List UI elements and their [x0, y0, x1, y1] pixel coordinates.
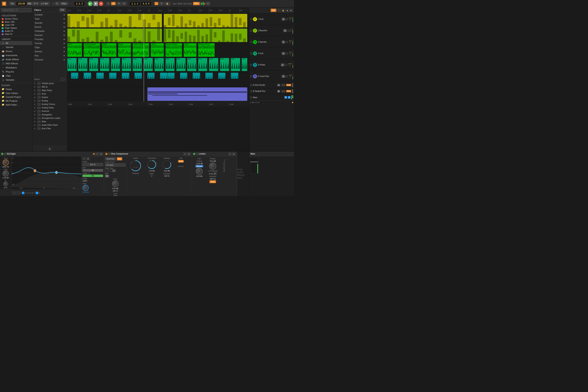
- clip-2-1[interactable]: [164, 28, 247, 42]
- clip-4-6[interactable]: Kick: [133, 58, 142, 71]
- clip-5-4[interactable]: [122, 73, 129, 79]
- clip-4-2[interactable]: Kick: [89, 58, 98, 71]
- record-btn[interactable]: ●: [99, 2, 103, 6]
- library-item-all[interactable]: ≡All: [0, 41, 32, 45]
- ch-o-btn-1[interactable]: [286, 18, 288, 20]
- glue-eq-tab[interactable]: EQ: [117, 157, 122, 160]
- limiter-icon-btn2[interactable]: ▤: [232, 152, 236, 155]
- play-btn[interactable]: ▶: [88, 1, 93, 6]
- mixer-set-btn[interactable]: Set: [270, 8, 276, 12]
- limiter-toggle[interactable]: [196, 153, 198, 155]
- file-item-antresol[interactable]: ▶Antresol: [33, 110, 67, 113]
- clips-area-2[interactable]: [68, 28, 249, 43]
- limiter-auto-btn[interactable]: Auto: [210, 180, 216, 183]
- eq-adaptq-on[interactable]: On: [82, 174, 103, 177]
- file-item-analog-chorus[interactable]: ▶Analog Chorus: [33, 102, 67, 106]
- clip-5-11[interactable]: [206, 73, 213, 79]
- ch-s-btn-2[interactable]: S: [284, 29, 287, 32]
- clip-4-4[interactable]: Kick: [111, 58, 120, 71]
- clip-4-5[interactable]: Kick: [122, 58, 131, 71]
- file-item-auto-filter[interactable]: ▶Auto Filter: [33, 127, 67, 130]
- clip-3-4[interactable]: Djembe 120 bpm: [133, 43, 149, 57]
- expand-arrow[interactable]: ▶: [34, 128, 36, 130]
- loop-start[interactable]: 1. 1. 1: [130, 2, 140, 6]
- clip-4-3[interactable]: Kick: [100, 58, 109, 71]
- places-item-add-folder...[interactable]: 📁Add Folder...: [0, 103, 32, 106]
- clip-3-6[interactable]: Djembe 120 bpm: [166, 43, 182, 57]
- clip-1-1[interactable]: [164, 14, 247, 27]
- clip-4-7[interactable]: Kick: [144, 58, 153, 71]
- library-item-sounds[interactable]: ♪Sounds: [0, 45, 32, 49]
- file-item-atlas[interactable]: ▶Atlas: [33, 120, 67, 123]
- eq-gain-knob[interactable]: [3, 170, 9, 176]
- library-item-samples[interactable]: 🎧Samples: [0, 78, 32, 82]
- logo-btn[interactable]: ■: [2, 2, 6, 6]
- places-item-my-projects[interactable]: 📁My Projects: [0, 99, 32, 103]
- eq-mode-btn2[interactable]: ▤: [86, 157, 90, 160]
- eq-icon-btn2[interactable]: ▤: [100, 152, 103, 155]
- library-item-modulators[interactable]: ~Modulators: [0, 66, 32, 70]
- library-item-midi-effects[interactable]: 🎵MIDI Effects: [0, 62, 32, 66]
- clip-4-14[interactable]: Kick: [220, 58, 229, 71]
- clip-3-2[interactable]: Djemb: [102, 43, 116, 57]
- menu-btn[interactable]: ≡: [206, 2, 210, 5]
- file-item-4xfade.amxd[interactable]: ▶4Xfade.amxd: [33, 82, 67, 85]
- clips-area-1[interactable]: [68, 14, 249, 28]
- tracks-scroll[interactable]: Djer D Djembe 120 bpm: [68, 14, 249, 151]
- ch-o-btn-3[interactable]: [286, 41, 288, 43]
- collection-lead-/-fm[interactable]: Lead / FM: [0, 24, 32, 26]
- library-item-drums[interactable]: 🥁Drums: [0, 49, 32, 53]
- ch-o-btn-6[interactable]: [286, 75, 288, 78]
- main-fader-area[interactable]: [250, 157, 258, 174]
- clip-4-16[interactable]: Kick: [242, 58, 247, 71]
- limiter-icon-btn1[interactable]: ⊚: [228, 152, 232, 155]
- collection-audio-fx[interactable]: Audio FX: [0, 30, 32, 33]
- clip-5-13[interactable]: [231, 73, 238, 79]
- clip-5-9[interactable]: [180, 73, 188, 79]
- expand-arrow[interactable]: ▶: [34, 96, 36, 98]
- filters-edit-btn[interactable]: Edit: [59, 8, 66, 12]
- clip-3-8[interactable]: Djembe 120 bpm: [198, 43, 214, 57]
- send-b-vol[interactable]: [281, 90, 286, 92]
- limiter-lookahead-btn[interactable]: ▼: [213, 172, 216, 175]
- file-item-amp[interactable]: ▶Amp: [33, 92, 67, 96]
- eq-toggle[interactable]: [4, 153, 6, 155]
- clip-4-13[interactable]: Kick: [209, 58, 218, 71]
- eq-bell-btn[interactable]: ∩: [16, 192, 20, 194]
- search-input[interactable]: [1, 8, 31, 12]
- timeline-ruler[interactable]: 1.11.21.31.422.22.32.433.23.33.444.24.34…: [68, 7, 249, 13]
- expand-arrow[interactable]: ▶: [34, 93, 36, 95]
- send-a-power[interactable]: [250, 84, 252, 86]
- ch-o-btn-5[interactable]: [285, 64, 287, 66]
- collection-pads-/-atmos[interactable]: Pads / Atmos: [0, 26, 32, 30]
- limiter-power-led[interactable]: [193, 153, 195, 155]
- bpm-display[interactable]: 120.00: [16, 2, 26, 6]
- clip-3-3[interactable]: Djemb: [118, 43, 131, 57]
- clip-5-2[interactable]: [96, 73, 104, 79]
- clip-4-15[interactable]: Kick: [231, 58, 240, 71]
- glue-audiofrom-val[interactable]: No Input: [105, 163, 126, 166]
- clip-4-8[interactable]: Kick: [154, 58, 164, 71]
- expand-arrow[interactable]: ▶: [34, 114, 36, 116]
- places-item-packs[interactable]: 📁Packs: [0, 87, 32, 91]
- clip-2-0[interactable]: [68, 28, 162, 42]
- session-view-btn[interactable]: ✎: [159, 2, 164, 5]
- glue-power-led[interactable]: [105, 153, 108, 155]
- clip-5-7[interactable]: [160, 73, 168, 79]
- glue-sidechain-tab[interactable]: Sidechain: [105, 157, 116, 160]
- file-item-ampire[interactable]: ▶Ampire: [33, 96, 67, 99]
- clips-area-3[interactable]: Djer D Djembe 120 bpm: [68, 43, 249, 57]
- clip-1-0[interactable]: [68, 14, 162, 27]
- clip-5-12[interactable]: [218, 73, 226, 79]
- collection-drums-/-percs[interactable]: Drums / Percs: [0, 17, 32, 20]
- glue-gain-knob[interactable]: [112, 180, 118, 187]
- tap-btn[interactable]: Tap: [9, 2, 15, 5]
- glue-clip-btn[interactable]: Soft: [178, 160, 184, 162]
- sort-btn[interactable]: ↕: [61, 78, 64, 81]
- time-sig-display[interactable]: 4 / 4: [32, 2, 39, 5]
- expand-arrow[interactable]: ▶: [34, 124, 36, 126]
- glue-icon-btn1[interactable]: ⊚: [183, 152, 186, 155]
- places-item-current-project[interactable]: 📁Current Project: [0, 95, 32, 99]
- library-item-plug-ins[interactable]: 🔌Plug-Ins: [0, 70, 32, 74]
- clips-area-4[interactable]: Kick Kick Kick: [68, 58, 249, 72]
